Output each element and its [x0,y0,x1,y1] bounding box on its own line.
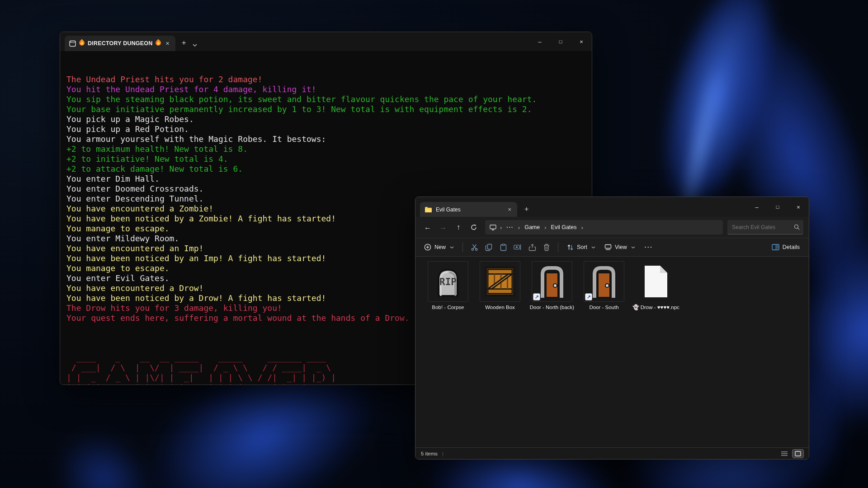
file-list: RIP Bob! - Corpse Wooden Box [415,257,809,447]
file-explorer-window: Evil Gates × + – □ × ← → ↑ › ··· › Game … [415,197,809,460]
terminal-log-line: You sip the steaming black potion, its s… [66,94,585,104]
breadcrumb: › ··· › Game › Evil Gates › [485,220,723,235]
up-button[interactable]: ↑ [452,221,465,234]
file-tile-door-north[interactable]: ↗ Door - North (back) [527,261,577,310]
copy-icon[interactable] [482,240,495,254]
terminal-tab[interactable]: DIRECTORY DUNGEON × [65,36,175,51]
new-button[interactable]: New [420,241,458,253]
close-button[interactable]: × [571,32,592,51]
delete-icon[interactable] [540,240,553,254]
terminal-log-line: You hit the Undead Priest for 4 damage, … [66,84,585,94]
tombstone-icon: RIP [428,261,468,302]
explorer-new-tab-button[interactable]: + [524,205,528,213]
shortcut-arrow-icon: ↗ [585,293,592,300]
refresh-button[interactable] [467,221,481,234]
new-tab-button[interactable]: + [182,38,186,47]
file-name: Bob! - Corpse [432,304,464,310]
tab-close-icon[interactable]: × [164,40,170,47]
chevron-down-icon [631,246,635,249]
terminal-log-line: +2 to initiative! New total is 4. [66,154,585,164]
search-icon[interactable] [794,224,800,230]
tab-close-icon[interactable]: × [506,206,513,213]
terminal-log-line: You enter Dim Hall. [66,174,585,184]
minimize-button[interactable]: – [529,32,550,51]
close-button[interactable]: × [788,197,809,217]
sort-icon [567,244,574,251]
new-button-label: New [434,244,446,250]
terminal-log-line: The Undead Priest hits you for 2 damage! [66,75,585,84]
back-button[interactable]: ← [421,221,434,234]
details-button[interactable]: Details [767,241,804,253]
breadcrumb-item-evil-gates[interactable]: Evil Gates [550,224,578,230]
terminal-log-line: +2 to maximum health! New total is 8. [66,144,585,154]
file-name: Door - North (back) [530,304,574,310]
maximize-button[interactable]: □ [767,197,788,217]
large-icons-view-toggle[interactable] [793,450,803,458]
breadcrumb-chevron[interactable]: › [515,224,523,231]
terminal-log-line: You armour yourself with the Magic Robes… [66,134,585,144]
terminal-log-line: Your base initiative permanently increas… [66,104,585,114]
explorer-command-bar: New Sort View [415,238,809,257]
explorer-tab-label: Evil Gates [436,206,461,213]
terminal-tab-title: DIRECTORY DUNGEON [88,40,152,47]
view-icon [604,244,612,250]
sort-button[interactable]: Sort [563,241,599,253]
forward-button[interactable]: → [436,221,450,234]
explorer-titlebar: Evil Gates × + – □ × [415,197,809,217]
status-divider: | [442,451,443,456]
terminal-log-line: +2 to attack damage! New total is 6. [66,164,585,174]
terminal-window-controls: – □ × [529,32,592,51]
file-tile-door-south[interactable]: ↗ Door - South [579,261,629,310]
chevron-down-icon[interactable] [193,44,197,47]
items-count: 5 items [421,451,438,456]
chevron-down-icon [450,246,454,249]
more-options-button[interactable]: ··· [640,242,658,252]
search-input[interactable] [732,224,794,230]
folder-icon [425,206,432,213]
explorer-tab[interactable]: Evil Gates × [420,202,517,217]
file-name: Door - South [589,304,618,310]
view-button-label: View [615,244,627,250]
rename-icon[interactable] [511,240,524,254]
door-icon: ↗ [584,261,624,302]
file-name: Wooden Box [485,304,515,310]
view-toggles [779,450,803,458]
cut-icon[interactable] [467,240,481,254]
breadcrumb-chevron[interactable]: › [542,224,549,231]
breadcrumb-item-game[interactable]: Game [524,224,541,230]
explorer-address-bar: ← → ↑ › ··· › Game › Evil Gates › [415,217,809,238]
maximize-button[interactable]: □ [550,32,571,51]
share-icon[interactable] [525,240,539,254]
chevron-down-icon [591,246,595,249]
document-icon [636,261,676,302]
file-tile-bob-corpse[interactable]: RIP Bob! - Corpse [423,261,473,310]
svg-text:RIP: RIP [439,277,457,287]
circle-plus-icon [424,244,431,251]
minimize-button[interactable]: – [746,197,767,217]
terminal-log-line: You enter Doomed Crossroads. [66,184,585,194]
terminal-log-line: You pick up a Magic Robes. [66,114,585,124]
toolbar-divider [462,242,463,252]
details-pane-icon [772,244,779,250]
explorer-status-bar: 5 items | [415,447,809,459]
details-view-toggle[interactable] [779,450,790,458]
breadcrumb-overflow[interactable]: ··· [505,224,514,230]
breadcrumb-chevron[interactable]: › [497,224,505,231]
sort-button-label: Sort [577,244,587,250]
file-tile-wooden-box[interactable]: Wooden Box [475,261,525,310]
this-pc-icon[interactable] [490,225,496,230]
shortcut-arrow-icon: ↗ [533,293,540,300]
search-box[interactable] [727,220,803,235]
file-tile-drow-npc[interactable]: 👻 Drow - ♥♥♥♥.npc [631,261,681,310]
terminal-titlebar: DIRECTORY DUNGEON × + – □ × [60,32,592,51]
view-button[interactable]: View [600,241,639,253]
crate-icon [480,261,520,302]
terminal-log-line: You pick up a Red Potion. [66,124,585,134]
breadcrumb-chevron[interactable]: › [579,224,586,231]
paste-icon[interactable] [496,240,510,254]
toolbar-divider [558,242,558,252]
details-button-label: Details [783,244,800,250]
file-name: 👻 Drow - ♥♥♥♥.npc [632,304,679,310]
flame-icon [78,39,86,47]
door-icon: ↗ [532,261,572,302]
